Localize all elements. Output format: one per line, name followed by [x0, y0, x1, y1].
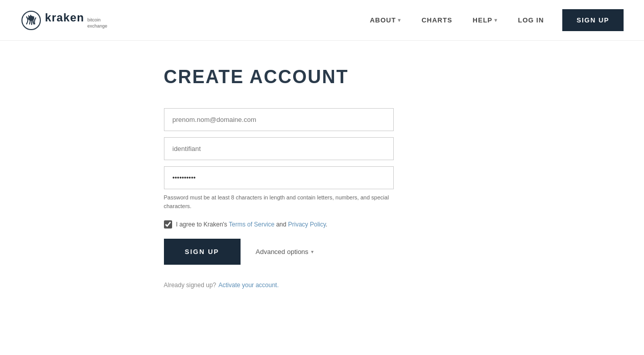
svg-point-1 — [28, 16, 34, 21]
terms-of-service-link[interactable]: Terms of Service — [229, 221, 274, 228]
email-input[interactable] — [164, 108, 394, 131]
terms-text: I agree to Kraken's Terms of Service and… — [176, 221, 328, 228]
password-input[interactable] — [164, 166, 394, 189]
nav-links: ABOUT ▾ CHARTS HELP ▾ LOG IN SIGN UP — [362, 9, 624, 31]
password-hint: Password must be at least 8 characters i… — [164, 193, 394, 210]
kraken-logo-icon — [20, 10, 42, 31]
activate-account-link[interactable]: Activate your account. — [219, 282, 279, 289]
nav-about[interactable]: ABOUT ▾ — [362, 12, 409, 28]
email-group — [164, 108, 481, 131]
brand-name: kraken — [45, 11, 84, 24]
navigation: kraken bitcoin exchange ABOUT ▾ CHARTS H… — [0, 0, 644, 41]
username-group — [164, 137, 481, 160]
nav-help[interactable]: HELP ▾ — [465, 12, 506, 28]
privacy-policy-link[interactable]: Privacy Policy — [288, 221, 326, 228]
page-title: CREATE ACCOUNT — [164, 66, 481, 88]
action-row: SIGN UP Advanced options ▾ — [164, 239, 481, 265]
main-content: CREATE ACCOUNT Password must be at least… — [144, 41, 501, 315]
nav-charts[interactable]: CHARTS — [413, 12, 460, 28]
terms-row: I agree to Kraken's Terms of Service and… — [164, 220, 481, 229]
password-group: Password must be at least 8 characters i… — [164, 166, 481, 210]
terms-checkbox[interactable] — [164, 220, 172, 229]
help-dropdown-arrow: ▾ — [494, 17, 497, 23]
logo[interactable]: kraken bitcoin exchange — [20, 10, 107, 31]
activate-static-text: Already signed up? — [164, 282, 217, 289]
username-input[interactable] — [164, 137, 394, 160]
advanced-options-toggle[interactable]: Advanced options ▾ — [256, 248, 314, 256]
nav-login[interactable]: LOG IN — [510, 12, 552, 28]
nav-signup-button[interactable]: SIGN UP — [562, 9, 624, 31]
about-dropdown-arrow: ▾ — [398, 17, 401, 23]
advanced-options-arrow: ▾ — [311, 249, 314, 255]
brand-tagline: bitcoin exchange — [87, 17, 107, 29]
signup-button[interactable]: SIGN UP — [164, 239, 241, 265]
activate-row: Already signed up? Activate your account… — [164, 280, 481, 289]
